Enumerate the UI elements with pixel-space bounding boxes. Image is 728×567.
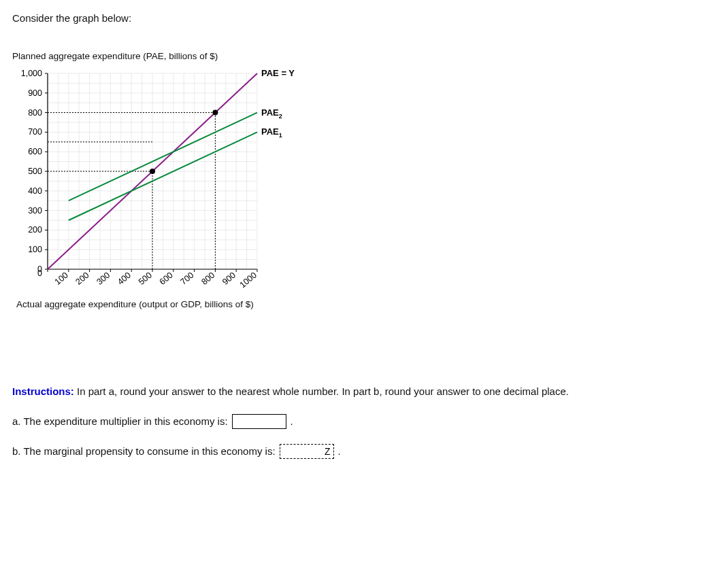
x-tick-label: 300 — [95, 271, 112, 287]
question-a-text: a. The expenditure multiplier in this ec… — [12, 415, 228, 427]
x-tick-label: 800 — [199, 271, 216, 287]
x-tick-label: 500 — [137, 271, 154, 287]
y-tick-label: 500 — [28, 167, 42, 176]
label-pae2: PAE2 — [261, 107, 282, 120]
x-tick-label: 1000 — [238, 271, 259, 290]
y-tick-label: 400 — [28, 186, 42, 196]
instructions-label: Instructions: — [12, 385, 74, 397]
label-pae-y: PAE = Y — [261, 68, 295, 78]
period-b: . — [338, 445, 341, 457]
y-tick-label: 1,000 — [21, 69, 42, 78]
question-b-text: b. The marginal propensity to consume in… — [12, 445, 276, 457]
data-point — [212, 110, 218, 116]
period-a: . — [291, 415, 293, 427]
page-title: Consider the graph below: — [12, 12, 716, 24]
y-tick-label: 900 — [28, 88, 42, 98]
x-tick-label: 400 — [116, 271, 133, 287]
chart-area: 01002003004005006007008009001,0001002003… — [12, 68, 716, 292]
y-tick-label: 200 — [28, 225, 42, 235]
y-tick-label: 100 — [28, 245, 42, 254]
answer-b-input[interactable] — [280, 444, 334, 459]
x-tick-label: 700 — [179, 271, 196, 287]
x-tick-label: 200 — [74, 271, 91, 287]
y-axis-title: Planned aggregate expenditure (PAE, bill… — [12, 51, 716, 61]
instructions-text: In part a, round your answer to the near… — [74, 385, 569, 397]
y-tick-label: 700 — [28, 127, 42, 137]
instructions: Instructions: In part a, round your answ… — [12, 384, 716, 399]
y-tick-label: 300 — [28, 206, 42, 216]
label-pae1: PAE1 — [261, 126, 282, 139]
x-axis-title: Actual aggregate expenditure (output or … — [16, 299, 716, 309]
x-tick-label: 600 — [158, 271, 175, 287]
x-tick-label: 100 — [53, 271, 70, 287]
data-point — [150, 169, 155, 174]
question-b-line: b. The marginal propensity to consume in… — [12, 444, 716, 459]
question-a-line: a. The expenditure multiplier in this ec… — [12, 414, 716, 429]
y-tick-label: 600 — [28, 147, 42, 156]
y-tick-label: 800 — [28, 108, 42, 118]
pae-chart: 01002003004005006007008009001,0001002003… — [12, 68, 305, 292]
answer-a-input[interactable] — [232, 414, 286, 429]
origin-label: 0 — [37, 269, 42, 278]
x-tick-label: 900 — [220, 271, 237, 287]
